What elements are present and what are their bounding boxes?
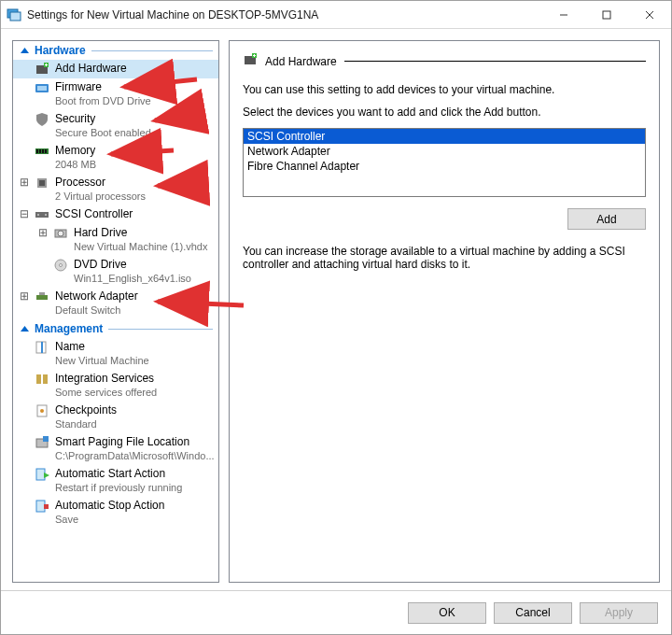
disc-icon bbox=[53, 258, 68, 273]
svg-rect-14 bbox=[36, 149, 38, 153]
integration-icon bbox=[35, 372, 49, 387]
nav-add-hardware[interactable]: Add Hardware bbox=[13, 60, 218, 78]
device-list[interactable]: SCSI Controller Network Adapter Fibre Ch… bbox=[243, 128, 646, 197]
svg-rect-10 bbox=[45, 64, 48, 65]
panel-intro-2: Select the devices you want to add and c… bbox=[243, 106, 646, 119]
svg-point-26 bbox=[60, 264, 63, 267]
nav-processor[interactable]: ⊞ Processor2 Virtual processors bbox=[13, 174, 218, 205]
nav-name[interactable]: NameNew Virtual Machine bbox=[13, 338, 218, 370]
svg-rect-37 bbox=[43, 436, 49, 442]
minimize-button[interactable] bbox=[542, 1, 585, 28]
window-title: Settings for New Virtual Machine on DESK… bbox=[27, 8, 542, 21]
checkpoint-icon bbox=[35, 403, 49, 418]
network-icon bbox=[35, 289, 49, 304]
nav-scsi-controller[interactable]: ⊟ SCSI Controller bbox=[13, 205, 218, 224]
panel-title: Add Hardware bbox=[265, 55, 337, 68]
add-hardware-icon bbox=[35, 62, 49, 77]
app-icon bbox=[7, 7, 21, 22]
svg-rect-1 bbox=[10, 12, 21, 21]
svg-point-24 bbox=[58, 231, 63, 236]
svg-rect-3 bbox=[603, 11, 610, 19]
svg-rect-12 bbox=[37, 86, 47, 91]
svg-rect-28 bbox=[39, 292, 45, 295]
svg-point-21 bbox=[37, 214, 39, 216]
nav-auto-stop[interactable]: Automatic Stop ActionSave bbox=[13, 497, 218, 529]
svg-rect-16 bbox=[42, 149, 44, 153]
close-button[interactable] bbox=[628, 1, 671, 28]
titlebar: Settings for New Virtual Machine on DESK… bbox=[1, 1, 671, 29]
collapse-icon[interactable]: ⊟ bbox=[19, 207, 29, 221]
expand-icon[interactable]: ⊞ bbox=[19, 289, 29, 303]
scsi-icon bbox=[35, 207, 49, 222]
nav-checkpoints[interactable]: CheckpointsStandard bbox=[13, 402, 218, 433]
firmware-icon bbox=[35, 80, 49, 95]
add-hardware-icon bbox=[243, 52, 258, 70]
cpu-icon bbox=[35, 176, 49, 190]
svg-point-22 bbox=[45, 214, 47, 216]
device-option[interactable]: Fibre Channel Adapter bbox=[244, 159, 645, 174]
name-icon bbox=[35, 340, 49, 355]
svg-marker-6 bbox=[21, 48, 29, 53]
nav-auto-start[interactable]: Automatic Start ActionRestart if previou… bbox=[13, 465, 218, 497]
nav-network-adapter[interactable]: ⊞ Network AdapterDefault Switch bbox=[13, 288, 218, 319]
caret-up-icon bbox=[21, 47, 29, 55]
caret-up-icon bbox=[21, 325, 29, 333]
management-label: Management bbox=[35, 322, 103, 335]
nav-hard-drive[interactable]: ⊞ Hard DriveNew Virtual Machine (1).vhdx bbox=[13, 224, 218, 256]
svg-rect-17 bbox=[45, 149, 47, 153]
svg-point-35 bbox=[40, 409, 44, 413]
svg-marker-29 bbox=[21, 326, 29, 332]
settings-window: Settings for New Virtual Machine on DESK… bbox=[0, 0, 672, 635]
cancel-button[interactable]: Cancel bbox=[494, 602, 572, 624]
auto-start-icon bbox=[35, 467, 49, 482]
svg-rect-40 bbox=[36, 501, 45, 512]
svg-rect-15 bbox=[39, 149, 41, 153]
svg-rect-33 bbox=[43, 374, 48, 384]
nav-firmware[interactable]: FirmwareBoot from DVD Drive bbox=[13, 78, 218, 110]
panel-note: You can increase the storage available t… bbox=[243, 245, 646, 271]
add-button[interactable]: Add bbox=[567, 208, 646, 230]
section-management[interactable]: Management bbox=[13, 319, 218, 338]
svg-rect-19 bbox=[39, 180, 45, 186]
svg-rect-32 bbox=[36, 374, 41, 384]
svg-rect-45 bbox=[253, 55, 256, 56]
memory-icon bbox=[35, 144, 49, 159]
svg-rect-38 bbox=[36, 469, 45, 480]
svg-rect-27 bbox=[36, 295, 48, 300]
nav-integration-services[interactable]: Integration ServicesSome services offere… bbox=[13, 370, 218, 402]
shield-icon bbox=[35, 112, 49, 127]
paging-icon bbox=[35, 435, 49, 450]
apply-button[interactable]: Apply bbox=[580, 602, 658, 624]
nav-tree[interactable]: Hardware Add Hardware FirmwareBoot from … bbox=[12, 40, 219, 583]
nav-smart-paging[interactable]: Smart Paging File LocationC:\ProgramData… bbox=[13, 433, 218, 465]
section-hardware[interactable]: Hardware bbox=[13, 41, 218, 60]
dialog-footer: OK Cancel Apply bbox=[1, 590, 671, 634]
nav-security[interactable]: SecuritySecure Boot enabled bbox=[13, 110, 218, 142]
expand-icon[interactable]: ⊞ bbox=[19, 176, 29, 190]
svg-rect-41 bbox=[44, 504, 49, 509]
panel-intro-1: You can use this setting to add devices … bbox=[243, 83, 646, 96]
device-option[interactable]: SCSI Controller bbox=[244, 129, 645, 144]
device-option[interactable]: Network Adapter bbox=[244, 144, 645, 159]
svg-marker-39 bbox=[44, 473, 49, 478]
auto-stop-icon bbox=[35, 499, 49, 514]
hard-drive-icon bbox=[53, 226, 68, 241]
maximize-button[interactable] bbox=[585, 1, 628, 28]
expand-icon[interactable]: ⊞ bbox=[37, 226, 48, 240]
nav-dvd-drive[interactable]: DVD DriveWin11_English_x64v1.iso bbox=[13, 256, 218, 288]
detail-panel: Add Hardware You can use this setting to… bbox=[229, 40, 660, 583]
nav-memory[interactable]: Memory2048 MB bbox=[13, 142, 218, 174]
hardware-label: Hardware bbox=[35, 44, 86, 57]
ok-button[interactable]: OK bbox=[408, 602, 486, 624]
